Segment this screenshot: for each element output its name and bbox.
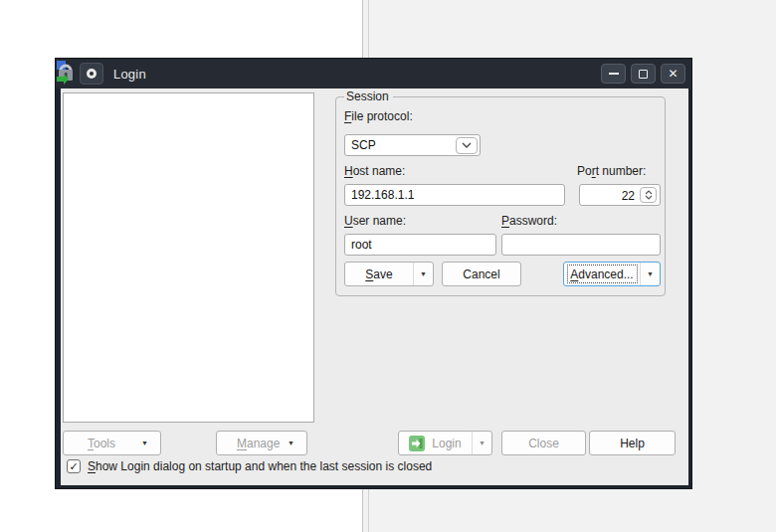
dialog-title: Login [113,67,146,82]
tools-button-label: Tools [88,437,115,450]
login-dialog-window: Login ✕ Session File protocol: SCP Host … [55,58,692,489]
login-dropdown-button[interactable]: ▼ [472,432,491,454]
manage-button-label: Manage [237,437,280,450]
manage-button[interactable]: Manage ▼ [216,431,307,455]
tools-button[interactable]: Tools ▼ [63,431,161,455]
startup-checkbox-label: Show Login dialog on startup and when th… [88,459,432,473]
password-label: Password: [501,214,557,228]
maximize-icon [639,70,648,79]
dropdown-arrow-icon: ▼ [288,440,294,446]
save-button-label: Save [365,267,392,281]
dialog-client-area: Session File protocol: SCP Host name: Po… [61,89,688,485]
saved-sites-list[interactable] [63,92,314,423]
help-button[interactable]: Help [589,431,676,455]
session-glyph-icon [87,69,97,79]
chevron-down-icon [462,142,472,148]
minimize-button[interactable] [601,64,626,84]
advanced-split-button: Advanced... ▼ [563,262,661,286]
minimize-icon [609,73,619,75]
port-number-value: 22 [622,189,635,203]
save-button[interactable]: Save [345,263,413,285]
dropdown-arrow-icon: ▼ [420,270,427,277]
cancel-button[interactable]: Cancel [442,262,521,286]
session-group-legend: Session [344,89,393,103]
save-split-button: Save ▼ [344,262,434,286]
login-icon [409,436,425,451]
user-name-input[interactable] [344,234,496,256]
user-name-label: User name: [344,214,406,228]
close-button-label: Close [528,437,559,450]
close-button[interactable]: ✕ [661,64,685,84]
session-group: Session File protocol: SCP Host name: Po… [335,96,666,296]
dropdown-arrow-icon: ▼ [647,270,654,277]
advanced-button[interactable]: Advanced... [564,263,640,285]
host-name-label: Host name: [344,164,405,178]
maximize-button[interactable] [631,64,656,84]
cancel-button-label: Cancel [463,267,499,281]
file-protocol-select[interactable]: SCP [344,134,481,156]
save-dropdown-button[interactable]: ▼ [413,263,433,285]
file-protocol-dropdown-button[interactable] [456,137,478,154]
startup-checkbox-row: ✓ Show Login dialog on startup and when … [67,459,432,473]
focus-rectangle [567,265,638,283]
port-number-label: Port number: [577,164,646,178]
dropdown-arrow-icon: ▼ [479,440,485,446]
password-input[interactable] [501,234,661,256]
dropdown-arrow-icon: ▼ [141,440,148,446]
dialog-titlebar[interactable]: Login ✕ [56,59,691,89]
file-protocol-value: SCP [351,138,376,152]
advanced-dropdown-button[interactable]: ▼ [640,263,660,285]
session-menu-icon[interactable] [80,63,103,85]
login-button-label: Login [432,437,461,450]
login-button[interactable]: Login [399,432,472,454]
close-icon: ✕ [668,68,678,80]
file-protocol-label: File protocol: [344,109,413,123]
close-session-button[interactable]: Close [501,431,586,455]
port-number-field[interactable]: 22 [579,184,661,206]
startup-checkbox[interactable]: ✓ [67,459,81,473]
host-name-input[interactable] [344,184,565,206]
help-button-label: Help [620,437,645,450]
winscp-app-icon [55,61,77,85]
checkmark-icon: ✓ [69,460,78,473]
port-spinner[interactable] [640,187,657,203]
chevron-down-icon [645,195,653,200]
login-split-button: Login ▼ [398,431,492,455]
